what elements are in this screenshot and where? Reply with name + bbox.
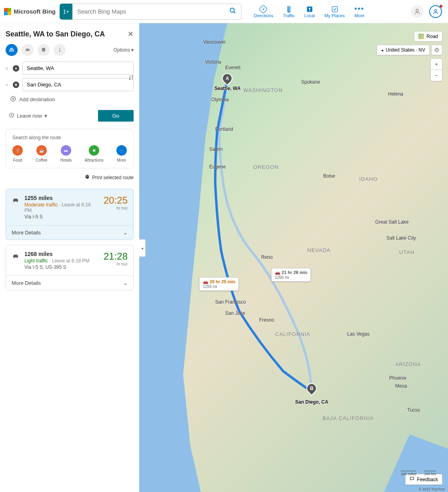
cat-icon: ✱ bbox=[89, 145, 99, 156]
route-via: Via I-5 S bbox=[24, 214, 99, 220]
route-card[interactable]: 1268 miles Light traffic · Leave at 6:18… bbox=[6, 245, 134, 290]
nav-myplaces[interactable]: My Places bbox=[324, 5, 345, 18]
ellipsis-icon: ••• bbox=[354, 5, 364, 13]
top-nav: Directions Traffic Local My Places ••• M… bbox=[254, 5, 364, 18]
route-cat-attractions[interactable]: ✱Attractions bbox=[84, 145, 103, 162]
zoom-in-button[interactable]: ＋ bbox=[430, 58, 442, 70]
nav-local[interactable]: Local bbox=[304, 5, 315, 18]
mode-transit[interactable] bbox=[38, 44, 50, 56]
route-cat-food[interactable]: 🍴Food bbox=[12, 145, 23, 162]
map-city-label: Eugene bbox=[209, 164, 226, 170]
map-state-label: IDAHO bbox=[359, 176, 378, 182]
go-button[interactable]: Go bbox=[98, 110, 134, 122]
rewards-avatar[interactable] bbox=[429, 5, 442, 18]
mode-car[interactable] bbox=[22, 44, 34, 56]
map-attribution: © 2022 TomTom bbox=[419, 487, 445, 491]
svg-point-5 bbox=[288, 9, 290, 10]
svg-point-17 bbox=[59, 48, 60, 49]
nav-directions[interactable]: Directions bbox=[254, 5, 273, 18]
more-details[interactable]: More Details ⌄ bbox=[6, 276, 133, 290]
logo[interactable]: Microsoft Bing bbox=[4, 8, 56, 15]
map-canvas[interactable]: A B WASHINGTONOREGONIDAHONEVADAUTAHCALIF… bbox=[139, 23, 448, 492]
logo-text: Microsoft Bing bbox=[14, 8, 56, 15]
car-icon: 🚗 bbox=[275, 270, 280, 275]
chevron-down-icon: ⌄ bbox=[123, 280, 128, 286]
svg-point-22 bbox=[14, 257, 15, 258]
route-time: 20:25 bbox=[104, 195, 128, 206]
map-city-label: Helena bbox=[388, 91, 403, 97]
collapse-sidebar-tab[interactable]: ◂ bbox=[139, 239, 146, 257]
svg-point-15 bbox=[42, 50, 43, 51]
mode-walk[interactable] bbox=[54, 44, 66, 56]
map-state-label: BAJA CALIFORNIA bbox=[322, 415, 374, 421]
leave-now-selector[interactable]: Leave now ▾ bbox=[9, 112, 47, 119]
print-route[interactable]: Print selected route bbox=[6, 174, 134, 181]
svg-line-1 bbox=[234, 12, 235, 13]
map-icon bbox=[418, 34, 424, 39]
options-link[interactable]: Options ▾ bbox=[114, 47, 134, 53]
chevron-left-icon: ◂ bbox=[381, 48, 383, 52]
more-details[interactable]: More Details ⌄ bbox=[6, 225, 133, 240]
clock-icon bbox=[9, 112, 14, 119]
car-icon bbox=[12, 251, 20, 270]
chat-icon bbox=[410, 476, 414, 482]
locate-me-button[interactable] bbox=[431, 45, 442, 55]
print-icon bbox=[84, 174, 90, 181]
waypoint-a-input[interactable] bbox=[22, 62, 134, 75]
marker-b[interactable]: B bbox=[304, 381, 319, 396]
route-traffic: Light traffic · Leave at 6:18 PM bbox=[24, 258, 99, 264]
waypoint-b-input[interactable] bbox=[22, 78, 134, 91]
map-city-label: Salem bbox=[209, 146, 223, 152]
route-tooltip[interactable]: 🚗 21 hr 28 min1268 mi bbox=[271, 268, 311, 282]
route-traffic: Moderate traffic · Leave at 6:18 PM bbox=[24, 202, 99, 213]
zoom-out-button[interactable]: － bbox=[430, 70, 442, 81]
map-city-label: Boise bbox=[323, 173, 335, 179]
chevron-down-icon: ▾ bbox=[67, 10, 69, 14]
route-time: 21:28 bbox=[104, 251, 128, 262]
search-container: 1 ▾ bbox=[60, 4, 242, 20]
user-avatar[interactable] bbox=[411, 5, 424, 18]
cat-icon: 🛏 bbox=[61, 145, 71, 156]
route-cat-hotels[interactable]: 🛏Hotels bbox=[60, 145, 72, 162]
waypoint-b-marker: B bbox=[13, 82, 19, 88]
route-cat-coffee[interactable]: ☕Coffee bbox=[36, 145, 47, 162]
map-style-button[interactable]: Road bbox=[414, 31, 442, 42]
map-city-label: Mesa bbox=[395, 383, 407, 389]
map-state-label: ARIZONA bbox=[395, 361, 421, 367]
ms-logo-icon bbox=[4, 8, 11, 15]
drag-handle-icon[interactable]: ≡ bbox=[6, 82, 10, 87]
plus-circle-icon bbox=[10, 96, 16, 103]
svg-point-23 bbox=[17, 257, 18, 258]
search-icon[interactable] bbox=[229, 7, 236, 16]
svg-point-25 bbox=[436, 50, 437, 50]
marker-a[interactable]: A bbox=[220, 71, 235, 86]
close-icon[interactable]: ✕ bbox=[128, 30, 134, 38]
route-miles: 1268 miles bbox=[24, 251, 99, 257]
route-card[interactable]: 1255 miles Moderate traffic · Leave at 6… bbox=[6, 189, 134, 240]
map-city-label: Everett bbox=[225, 65, 240, 70]
map-city-label: Tucso bbox=[407, 407, 420, 413]
car-icon: 🚗 bbox=[203, 279, 208, 284]
route-time-units: hr min bbox=[104, 262, 128, 266]
svg-point-0 bbox=[230, 8, 234, 12]
route-title: Seattle, WA to San Diego, CA bbox=[6, 30, 128, 38]
map-city-label: Reno bbox=[261, 254, 273, 260]
nav-traffic[interactable]: Traffic bbox=[283, 5, 295, 18]
map-scale: 100 miles100 km bbox=[401, 471, 436, 476]
route-tooltip[interactable]: 🚗 20 hr 25 min1255 mi bbox=[199, 277, 239, 291]
chevron-down-icon: ⌄ bbox=[123, 230, 128, 236]
nav-more[interactable]: ••• More bbox=[354, 5, 364, 18]
search-badge[interactable]: 1 ▾ bbox=[60, 4, 72, 20]
mode-driving[interactable] bbox=[6, 44, 18, 56]
swap-icon[interactable] bbox=[128, 74, 134, 82]
search-input[interactable] bbox=[77, 8, 229, 15]
location-chip[interactable]: ◂ United States · NV bbox=[377, 45, 430, 55]
map-city-label: Olympia bbox=[211, 97, 229, 102]
svg-point-16 bbox=[44, 50, 44, 51]
chevron-down-icon: ▾ bbox=[44, 113, 47, 119]
drag-handle-icon[interactable]: ≡ bbox=[6, 66, 10, 71]
search-route-title: Search along the route bbox=[12, 135, 127, 140]
route-cat-more[interactable]: ⋯More bbox=[116, 145, 127, 162]
add-destination[interactable]: Add destination bbox=[10, 96, 134, 103]
map-state-label: UTAH bbox=[399, 249, 414, 255]
